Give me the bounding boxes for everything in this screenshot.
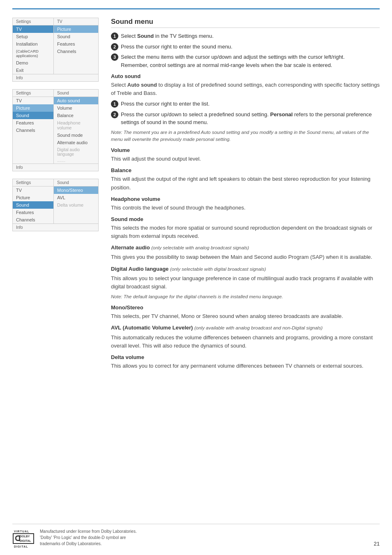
- balance-body: This will adjust the output of the right…: [111, 175, 380, 191]
- avl-body: This automatically reduces the volume di…: [111, 334, 380, 350]
- step-1: 1 Select Sound in the TV Settings menu.: [111, 32, 380, 40]
- menu2-right-soundmode[interactable]: Sound mode: [54, 131, 98, 139]
- alternate-audio-bold: Alternate audio: [111, 244, 150, 251]
- auto-sound-body: Select Auto sound to display a list of p…: [111, 81, 380, 97]
- digital-audio-title: Digital Audio language (only selectable …: [111, 266, 380, 273]
- menu2-label-left: Settings: [13, 90, 53, 97]
- auto-sound-note: Note: The moment you are in a predefined…: [111, 129, 380, 143]
- svg-text:DIGITAL: DIGITAL: [20, 539, 31, 542]
- auto-step-1: 1 Press the cursor right to enter the li…: [111, 100, 380, 108]
- menu3-item-features[interactable]: Features: [13, 209, 53, 216]
- menu1-right-features[interactable]: Features: [54, 40, 98, 48]
- auto-step-1-text: Press the cursor right to enter the list…: [121, 100, 380, 108]
- step-3: 3 Select the menu items with the cursor …: [111, 53, 380, 69]
- menu1-label-right: TV: [54, 18, 98, 25]
- delta-title: Delta volume: [111, 354, 380, 360]
- menu3-right-mono[interactable]: Mono/Stereo: [54, 187, 98, 194]
- step-2-number: 2: [111, 43, 118, 51]
- alternate-audio-body: This gives you the possibility to swap b…: [111, 253, 380, 261]
- alternate-audio-subtitle: (only selectable with analog broadcast s…: [151, 245, 249, 250]
- page-number: 21: [374, 541, 380, 547]
- digital-audio-subtitle: (only selectable with digital broadcast …: [170, 267, 266, 272]
- footer-text-block: Manufactured under license from Dolby La…: [40, 528, 137, 547]
- menu3-item-picture[interactable]: Picture: [13, 194, 53, 201]
- menu2-header: Settings Sound: [13, 90, 98, 97]
- menu2-item-tv[interactable]: TV: [13, 97, 53, 104]
- svg-text:VIRTUAL: VIRTUAL: [14, 530, 29, 533]
- menu1-header: Settings TV: [13, 18, 98, 25]
- step-1-text: Select Sound in the TV Settings menu.: [121, 32, 380, 40]
- menu1-item-exit[interactable]: Exit: [13, 67, 53, 74]
- right-content-column: Sound menu 1 Select Sound in the TV Sett…: [107, 18, 380, 516]
- menu3-item-sound[interactable]: Sound: [13, 201, 53, 209]
- balance-title: Balance: [111, 167, 380, 173]
- dolby-logo: VIRTUAL ᗡ DOLBY DIGITAL DIGITAL: [12, 528, 35, 547]
- mono-stereo-body: This selects, per TV channel, Mono or St…: [111, 312, 380, 320]
- menu1-left-panel: TV Setup Installation (CableCARD applica…: [13, 25, 54, 74]
- top-decorative-line: [12, 8, 380, 9]
- menu3-label-right: Sound: [54, 179, 98, 186]
- dolby-logo-svg: VIRTUAL ᗡ DOLBY DIGITAL DIGITAL: [12, 528, 35, 549]
- mono-stereo-title: Mono/Stereo: [111, 304, 380, 311]
- menu2-body: TV Picture Sound Features Channels Auto …: [13, 97, 98, 164]
- volume-title: Volume: [111, 147, 380, 153]
- menu3-right-delta[interactable]: Delta volume: [54, 201, 98, 209]
- delta-body: This allows you to correct for any perma…: [111, 362, 380, 370]
- digital-audio-bold: Digital Audio language: [111, 266, 168, 272]
- sound-menu-title: Sound menu: [111, 18, 380, 28]
- volume-body: This will adjust the sound output level.: [111, 155, 380, 163]
- menu3-right-panel: Mono/Stereo AVL Delta volume: [54, 187, 98, 223]
- step-1-number: 1: [111, 32, 118, 40]
- left-menus-column: Settings TV TV Setup Installation (Cable…: [12, 18, 99, 516]
- menu1-right-sound[interactable]: Sound: [54, 33, 98, 40]
- step-2: 2 Press the cursor right to enter the so…: [111, 43, 380, 51]
- menu2-right-volume[interactable]: Volume: [54, 104, 98, 112]
- auto-step-2-text: Press the cursor up/down to select a pre…: [121, 111, 380, 127]
- menu1-item-installation[interactable]: Installation: [13, 40, 53, 48]
- menu1-label-left: Settings: [13, 18, 53, 25]
- menu2-right-alternate[interactable]: Alternate audio: [54, 139, 98, 146]
- avl-subtitle: (only available with analog broadcast an…: [194, 325, 323, 330]
- menu1-item-cablecard[interactable]: (CableCARD applications): [13, 48, 53, 59]
- menu1-body: TV Setup Installation (CableCARD applica…: [13, 25, 98, 74]
- menu1-item-tv[interactable]: TV: [13, 25, 53, 33]
- auto-step-1-number: 1: [111, 100, 118, 108]
- menu3-header: Settings Sound: [13, 179, 98, 187]
- menu2-right-digital[interactable]: Digital audio language: [54, 146, 98, 158]
- menu2-info: Info: [13, 164, 98, 171]
- menu3-item-tv[interactable]: TV: [13, 187, 53, 194]
- menu2-dots: ........: [54, 158, 98, 164]
- menu1-info: Info: [13, 74, 98, 81]
- menu3-item-channels[interactable]: Channels: [13, 216, 53, 223]
- svg-text:DOLBY: DOLBY: [20, 535, 30, 538]
- menu1-right-channels[interactable]: Channels: [54, 48, 98, 55]
- menu1-right-panel: Picture Sound Features Channels: [54, 25, 98, 74]
- menu3-right-avl[interactable]: AVL: [54, 194, 98, 201]
- menu-box-1: Settings TV TV Setup Installation (Cable…: [12, 18, 99, 82]
- auto-sound-title: Auto sound: [111, 73, 380, 79]
- menu2-item-features[interactable]: Features: [13, 119, 53, 127]
- auto-step-2: 2 Press the cursor up/down to select a p…: [111, 111, 380, 127]
- headphone-body: This controls the level of sound through…: [111, 204, 380, 212]
- avl-title: AVL (Automatic Volume Leveler) (only ava…: [111, 325, 380, 332]
- step-2-text: Press the cursor right to enter the soun…: [121, 43, 380, 51]
- menu3-info: Info: [13, 223, 98, 231]
- menu2-item-picture[interactable]: Picture: [13, 104, 53, 112]
- menu1-item-setup[interactable]: Setup: [13, 33, 53, 40]
- menu1-item-demo[interactable]: Demo: [13, 59, 53, 67]
- avl-bold: AVL (Automatic Volume Leveler): [111, 325, 193, 331]
- menu2-item-channels[interactable]: Channels: [13, 127, 53, 134]
- step-3-number: 3: [111, 53, 118, 61]
- menu-box-3: Settings Sound TV Picture Sound Features…: [12, 179, 99, 231]
- menu2-right-autosound[interactable]: Auto sound: [54, 97, 98, 104]
- sound-mode-title: Sound mode: [111, 216, 380, 222]
- menu2-right-headphone[interactable]: Headphone volume: [54, 119, 98, 131]
- menu2-item-sound[interactable]: Sound: [13, 112, 53, 119]
- digital-audio-note: Note: The default language for the digit…: [111, 293, 380, 300]
- digital-audio-body: This allows you to select your language …: [111, 274, 380, 291]
- menu3-label-left: Settings: [13, 179, 53, 186]
- menu1-right-picture[interactable]: Picture: [54, 25, 98, 33]
- menu2-right-balance[interactable]: Balance: [54, 112, 98, 119]
- step-3-text: Select the menu items with the cursor up…: [121, 53, 380, 69]
- sound-mode-body: This selects the modes for more spatial …: [111, 224, 380, 240]
